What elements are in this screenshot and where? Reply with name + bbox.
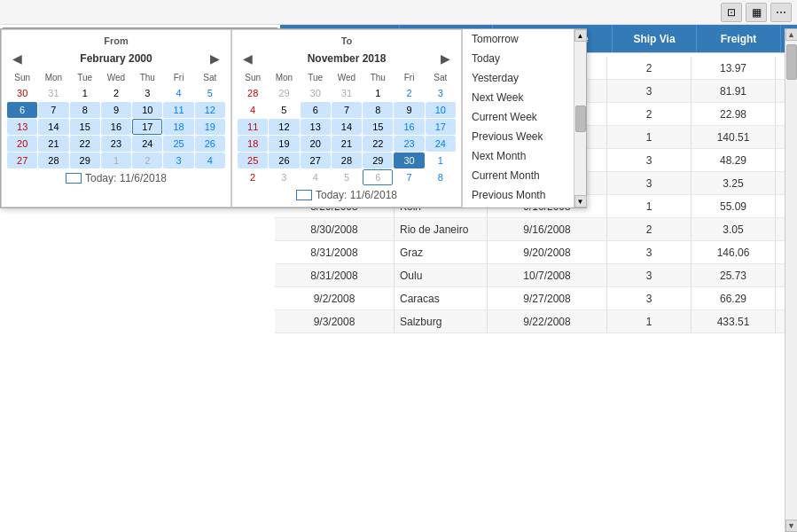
quick-list-item[interactable]: Next Quarter	[463, 205, 574, 207]
cal-day[interactable]: 6	[363, 169, 393, 185]
cal-day[interactable]: 7	[332, 102, 362, 118]
cal-day[interactable]: 9	[101, 102, 131, 118]
cal-day[interactable]: 4	[301, 169, 331, 185]
cal-day[interactable]: 3	[132, 85, 162, 101]
cal-day[interactable]: 28	[238, 85, 268, 101]
scroll-down-arrow[interactable]: ▼	[785, 520, 798, 532]
cal-day[interactable]: 2	[101, 85, 131, 101]
cal-day[interactable]: 1	[70, 85, 100, 101]
cal-day[interactable]: 9	[394, 102, 424, 118]
cal-day[interactable]: 19	[269, 136, 299, 152]
quick-list-item[interactable]: Next Week	[463, 88, 574, 107]
toolbar-btn-1[interactable]: ⊡	[721, 3, 742, 22]
cal-day[interactable]: 21	[38, 136, 68, 152]
cal-day[interactable]: 20	[301, 136, 331, 152]
cal-day[interactable]: 3	[426, 85, 456, 101]
cal-day[interactable]: 15	[70, 119, 100, 135]
cal-day[interactable]: 12	[195, 102, 225, 118]
cal-day[interactable]: 14	[38, 119, 68, 135]
quick-list-item[interactable]: Yesterday	[463, 68, 574, 88]
cal-day[interactable]: 7	[394, 169, 424, 185]
cal-day[interactable]: 27	[301, 153, 331, 168]
quick-list-item[interactable]: Current Month	[463, 166, 574, 185]
cal-day[interactable]: 22	[70, 136, 100, 152]
cal-day[interactable]: 2	[132, 153, 162, 168]
quick-list-item[interactable]: Today	[463, 49, 574, 68]
cal-day[interactable]: 14	[332, 119, 362, 135]
cal-day[interactable]: 27	[7, 153, 37, 168]
cal-day[interactable]: 11	[163, 102, 193, 118]
to-next-btn[interactable]: ▶	[435, 50, 456, 67]
cal-day[interactable]: 23	[101, 136, 131, 152]
cal-day[interactable]: 2	[394, 85, 424, 101]
cal-day[interactable]: 2	[238, 169, 268, 185]
cal-day[interactable]: 7	[38, 102, 68, 118]
cal-day[interactable]: 17	[426, 119, 456, 135]
cal-day[interactable]: 12	[269, 119, 299, 135]
cal-day[interactable]: 3	[269, 169, 299, 185]
cal-day[interactable]: 16	[101, 119, 131, 135]
cal-day[interactable]: 1	[426, 153, 456, 168]
cal-day[interactable]: 30	[301, 85, 331, 101]
cal-day[interactable]: 25	[163, 136, 193, 152]
quick-list-item[interactable]: Next Month	[463, 146, 574, 166]
toolbar-btn-3[interactable]: ⋯	[770, 3, 792, 22]
quick-list-item[interactable]: Tomorrow	[463, 29, 574, 49]
cal-day[interactable]: 13	[301, 119, 331, 135]
cal-day[interactable]: 15	[363, 119, 393, 135]
cal-day[interactable]: 20	[7, 136, 37, 152]
cal-day[interactable]: 31	[332, 85, 362, 101]
cal-day[interactable]: 8	[70, 102, 100, 118]
cal-day[interactable]: 3	[163, 153, 193, 168]
quick-scroll-up[interactable]: ▲	[574, 29, 587, 42]
cal-day[interactable]: 1	[363, 85, 393, 101]
toolbar-btn-2[interactable]: ▦	[746, 3, 767, 22]
cal-day[interactable]: 22	[363, 136, 393, 152]
quick-list-item[interactable]: Previous Month	[463, 185, 574, 205]
cal-day[interactable]: 26	[195, 136, 225, 152]
scroll-thumb[interactable]	[786, 44, 797, 80]
cal-day[interactable]: 18	[163, 119, 193, 135]
cal-day[interactable]: 30	[7, 85, 37, 101]
cal-day[interactable]: 29	[70, 153, 100, 168]
scroll-up-arrow[interactable]: ▲	[785, 28, 798, 41]
cal-day[interactable]: 13	[7, 119, 37, 135]
cal-day[interactable]: 11	[238, 119, 268, 135]
cal-day[interactable]: 29	[363, 153, 393, 168]
cal-day[interactable]: 8	[426, 169, 456, 185]
quick-list-inner[interactable]: TomorrowTodayYesterdayNext WeekCurrent W…	[463, 29, 574, 207]
from-next-btn[interactable]: ▶	[205, 50, 225, 67]
cal-day[interactable]: 28	[38, 153, 68, 168]
cal-day[interactable]: 30	[394, 153, 424, 168]
cal-day[interactable]: 6	[7, 102, 37, 118]
cal-day[interactable]: 21	[332, 136, 362, 152]
cal-day[interactable]: 5	[269, 102, 299, 118]
cal-day[interactable]: 17	[132, 119, 162, 135]
cal-day[interactable]: 1	[101, 153, 131, 168]
from-prev-btn[interactable]: ◀	[7, 50, 27, 67]
cal-day[interactable]: 31	[38, 85, 68, 101]
cal-day[interactable]: 4	[195, 153, 225, 168]
cal-day[interactable]: 24	[132, 136, 162, 152]
quick-list-item[interactable]: Current Week	[463, 107, 574, 127]
cal-day[interactable]: 5	[195, 85, 225, 101]
cal-day[interactable]: 16	[394, 119, 424, 135]
cal-day[interactable]: 23	[394, 136, 424, 152]
cal-day[interactable]: 8	[363, 102, 393, 118]
cal-day[interactable]: 26	[269, 153, 299, 168]
quick-list-item[interactable]: Previous Week	[463, 127, 574, 146]
to-prev-btn[interactable]: ◀	[238, 50, 258, 67]
cal-day[interactable]: 18	[238, 136, 268, 152]
cal-day[interactable]: 29	[269, 85, 299, 101]
cal-day[interactable]: 4	[163, 85, 193, 101]
cal-day[interactable]: 5	[332, 169, 362, 185]
cal-day[interactable]: 4	[238, 102, 268, 118]
cal-day[interactable]: 28	[332, 153, 362, 168]
cal-day[interactable]: 6	[301, 102, 331, 118]
cal-day[interactable]: 19	[195, 119, 225, 135]
cal-day[interactable]: 24	[426, 136, 456, 152]
cal-day[interactable]: 25	[238, 153, 268, 168]
cal-day[interactable]: 10	[426, 102, 456, 118]
cal-day[interactable]: 10	[132, 102, 162, 118]
quick-scroll-down[interactable]: ▼	[574, 195, 587, 207]
